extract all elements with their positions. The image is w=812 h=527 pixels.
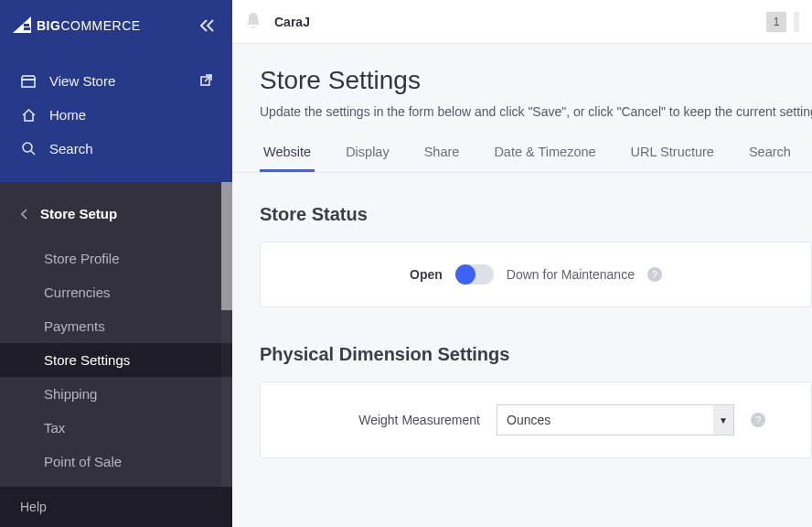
brand-text-prefix: BIG [37,18,60,33]
sidebar-scroll-area: Store Setup Store Profile Currencies Pay… [0,182,232,487]
store-status-card: Open Down for Maintenance ? [260,242,812,307]
weight-measurement-select[interactable]: Ounces ▼ [497,404,734,436]
svg-rect-0 [24,24,29,27]
topbar: CaraJ 1 [232,0,812,44]
notification-count-badge[interactable]: 1 [766,12,786,32]
store-status-toggle[interactable] [455,264,494,285]
sidebar-footer-help[interactable]: Help [0,487,232,527]
main-area: CaraJ 1 Store Settings Update the settin… [232,0,812,527]
nav-view-store[interactable]: View Store [0,64,232,98]
page-header: Store Settings Update the settings in th… [232,44,812,137]
tab-search[interactable]: Search [745,137,795,172]
notifications-bell-icon[interactable] [245,11,262,33]
chevron-left-icon [20,209,29,220]
section-store-setup[interactable]: Store Setup [0,199,232,242]
status-maintenance-label: Down for Maintenance [507,267,635,282]
current-user[interactable]: CaraJ [274,15,310,29]
tab-share[interactable]: Share [421,137,464,172]
tab-display[interactable]: Display [342,137,393,172]
nav-home[interactable]: Home [0,98,232,132]
svg-rect-2 [22,80,35,87]
sidebar-scrollbar-thumb[interactable] [221,182,232,310]
panel-physical-dimensions: Physical Dimension Settings Weight Measu… [232,344,812,458]
brand-logo[interactable]: BIGCOMMERCE [13,16,141,35]
storefront-icon [20,75,37,88]
subnav-store-profile[interactable]: Store Profile [0,242,232,275]
nav-view-store-label: View Store [49,73,115,89]
sidebar: BIGCOMMERCE View Store Home [0,0,232,527]
nav-home-label: Home [49,107,86,123]
topbar-right: 1 [766,12,799,32]
home-icon [20,109,37,122]
search-icon [20,142,37,156]
content-scroll: Store Settings Update the settings in th… [232,44,812,527]
toggle-knob [455,264,475,285]
tab-url-structure[interactable]: URL Structure [627,137,718,172]
help-icon[interactable]: ? [647,267,662,282]
weight-measurement-label: Weight Measurement [279,413,480,427]
help-icon[interactable]: ? [751,413,765,427]
primary-nav: View Store Home Search [0,51,232,182]
external-link-icon [200,73,212,89]
status-open-label: Open [410,267,443,282]
subnav-tax[interactable]: Tax [0,411,232,445]
select-arrow-icon: ▼ [713,405,733,435]
physical-card: Weight Measurement Ounces ▼ ? [260,382,812,458]
chevron-double-left-icon [200,19,215,32]
subnav-shipping[interactable]: Shipping [0,377,232,411]
subnav-store-settings[interactable]: Store Settings [0,343,232,377]
nav-search[interactable]: Search [0,132,232,166]
weight-measurement-value: Ounces [507,413,550,427]
subnav-point-of-sale[interactable]: Point of Sale [0,445,232,479]
sidebar-scrollbar-track[interactable] [221,182,232,487]
subnav-currencies[interactable]: Currencies [0,275,232,309]
nav-search-label: Search [49,141,93,156]
brand-text-suffix: COMMERCE [60,18,140,33]
page-subtitle: Update the settings in the form below an… [260,104,812,119]
page-title: Store Settings [260,66,812,95]
section-title-label: Store Setup [40,206,117,221]
svg-point-4 [23,143,32,152]
store-status-heading: Store Status [260,204,812,225]
subnav-payments[interactable]: Payments [0,309,232,343]
panel-store-status: Store Status Open Down for Maintenance ? [232,173,812,307]
topbar-edge [794,12,799,32]
tab-website[interactable]: Website [260,137,315,172]
physical-heading: Physical Dimension Settings [260,344,812,365]
sidebar-header: BIGCOMMERCE [0,0,232,51]
collapse-sidebar-button[interactable] [196,14,219,38]
subnav-accounting[interactable]: Accounting [0,479,232,487]
settings-tabs: Website Display Share Date & Timezone UR… [232,137,812,173]
tab-date-timezone[interactable]: Date & Timezone [490,137,599,172]
svg-rect-1 [24,27,30,30]
brand-sail-icon [13,16,35,35]
